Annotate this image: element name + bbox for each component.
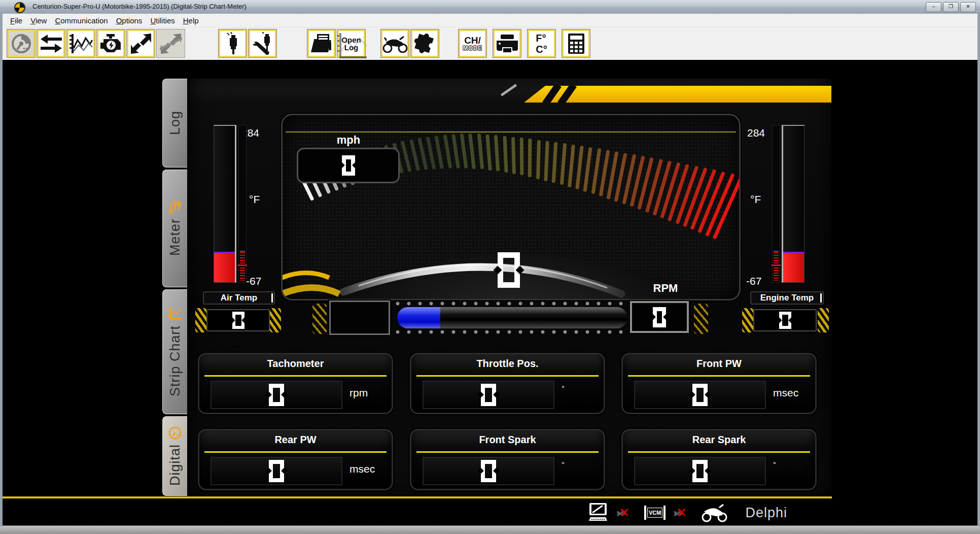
filmstrip-dots-top <box>395 301 629 306</box>
channel-mode-button[interactable]: CH/ MODE <box>458 29 487 58</box>
meter-tab-icon <box>168 201 182 214</box>
tab-strip-chart-label: Strip Chart <box>167 325 183 396</box>
tab-strip-chart[interactable]: Strip Chart <box>162 289 187 414</box>
air-temp-label[interactable]: Air Temp <box>203 291 275 305</box>
readout-value <box>692 460 708 482</box>
readout-throttle-pos: Throttle Pos. ° <box>410 353 605 414</box>
swap-arrows-icon <box>40 34 63 54</box>
menubar: File View Communication Options Utilitie… <box>3 14 977 27</box>
readout-unit: rpm <box>349 387 368 399</box>
air-temp-hazard-left <box>195 308 206 332</box>
filmstrip-dots-bottom <box>395 329 629 335</box>
app-icon <box>14 2 25 13</box>
readout-front-spark: Front Spark ° <box>410 429 605 490</box>
readout-title: Throttle Pos. <box>411 358 604 370</box>
readout-display <box>423 457 554 485</box>
gauge-view-button[interactable] <box>7 29 36 58</box>
readout-display <box>211 457 342 485</box>
tab-digital[interactable]: Digital <box>162 416 187 496</box>
puzzle-icon <box>413 32 437 55</box>
readout-title: Rear Spark <box>623 434 815 446</box>
tab-meter[interactable]: Meter <box>162 170 187 287</box>
injector-wrench-icon <box>251 32 274 55</box>
open-log-button[interactable]: Open Log <box>337 29 366 58</box>
menu-utilities[interactable]: Utilities <box>146 15 179 26</box>
readout-value <box>269 384 284 406</box>
engine-temp-hazard-right <box>818 308 829 332</box>
aux-display <box>329 301 390 335</box>
motorcycle-button[interactable] <box>380 29 409 58</box>
menu-communication[interactable]: Communication <box>51 15 112 26</box>
tab-digital-label: Digital <box>167 444 183 486</box>
engine-temp-scale-min: -67 <box>746 275 761 287</box>
readout-front-pw: Front PW msec <box>621 353 817 414</box>
titlebar[interactable]: Centurion-Super-Pro-U (Motorbike-1995-20… <box>0 0 980 14</box>
converge-disabled-button[interactable] <box>156 29 185 58</box>
readout-title: Front Spark <box>411 434 604 446</box>
injector-icon <box>225 32 240 55</box>
menu-options[interactable]: Options <box>112 15 147 26</box>
tab-meter-label: Meter <box>167 218 183 256</box>
strip-chart-tab-icon <box>168 307 182 321</box>
throttle-bar-fill <box>397 307 440 328</box>
digital-tab-icon <box>168 426 182 440</box>
air-temp-display <box>206 309 270 331</box>
toolbar: Open Log CH/ MODE <box>3 27 977 61</box>
center-display <box>498 252 520 288</box>
calculator-button[interactable] <box>562 29 590 58</box>
calculator-icon <box>567 32 585 55</box>
air-temp-hazard-right <box>270 308 281 332</box>
readout-unit: ° <box>773 460 776 469</box>
strip-chart-button[interactable] <box>66 29 95 58</box>
ch-mode-label: CH/ MODE <box>463 36 482 51</box>
readout-display <box>634 381 766 409</box>
statusbar: ▸▸✕ VCM ▸▸✕ Delphi <box>0 500 980 525</box>
yellow-banner <box>524 86 831 103</box>
menu-view[interactable]: View <box>26 15 51 26</box>
engine-temp-scale-unit: °F <box>750 193 761 206</box>
readout-value <box>692 384 708 406</box>
converge-arrows-disabled-icon <box>160 32 182 55</box>
readout-title: Front PW <box>623 358 815 370</box>
engine-temp-hazard-left <box>742 308 753 332</box>
engine-temp-scale-max: 284 <box>747 127 765 139</box>
readout-display <box>634 457 766 485</box>
readout-unit: msec <box>349 463 375 475</box>
rpm-value <box>653 307 666 327</box>
swap-channels-button[interactable] <box>37 29 65 58</box>
print-button[interactable] <box>493 29 521 58</box>
readout-rear-spark: Rear Spark ° <box>621 429 817 490</box>
readout-title: Tachometer <box>199 358 392 370</box>
plugins-button[interactable] <box>410 29 439 58</box>
injector-service-button[interactable] <box>248 29 277 58</box>
temp-units-button[interactable]: F° C° <box>527 29 556 58</box>
converge-arrows-icon <box>130 32 152 55</box>
open-file-button[interactable] <box>307 29 336 58</box>
engine-temp-value <box>779 312 791 329</box>
speed-unit-label: mph <box>318 134 379 147</box>
maximize-button[interactable]: ❐ <box>943 2 959 12</box>
menu-help[interactable]: Help <box>179 15 203 26</box>
readout-display <box>423 381 554 409</box>
readout-rear-pw: Rear PW msec <box>198 429 393 490</box>
air-temp-scale-min: -67 <box>246 275 261 287</box>
engine-diagnostics-button[interactable] <box>96 29 125 58</box>
tab-log[interactable]: Log <box>162 79 187 168</box>
readout-value <box>481 384 496 406</box>
engine-icon <box>99 33 123 54</box>
minimize-button[interactable]: – <box>926 2 941 12</box>
metal-slash-decoration <box>501 84 517 96</box>
injector-button[interactable] <box>218 29 247 58</box>
motorcycle-status-icon <box>701 503 727 522</box>
vcm-icon: VCM <box>644 506 666 520</box>
close-button[interactable]: ✕ <box>960 2 976 12</box>
readout-unit: msec <box>773 387 798 399</box>
rpm-unit-label: RPM <box>633 282 698 295</box>
converge-button[interactable] <box>126 29 155 58</box>
engine-temp-label[interactable]: Engine Temp <box>750 291 824 305</box>
readout-title: Rear PW <box>199 434 392 446</box>
readout-unit: ° <box>562 384 565 392</box>
speed-value <box>342 155 355 176</box>
window-bottom-edge <box>0 525 980 534</box>
menu-file[interactable]: File <box>6 15 26 26</box>
